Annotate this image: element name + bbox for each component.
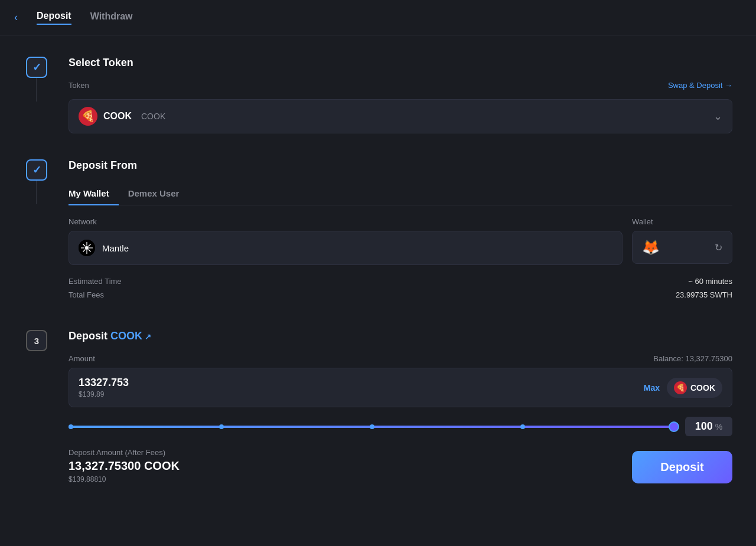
amount-label: Amount	[69, 354, 95, 363]
step-2-content: Deposit From My Wallet Demex User Networ…	[69, 157, 732, 328]
amount-box: 13327.753 $139.89 Max 🍕 COOK	[69, 368, 732, 407]
slider-percent-value: 100	[695, 420, 713, 433]
refresh-icon[interactable]: ↻	[715, 242, 722, 253]
step-select-token: ✓ Select Token Token Swap & Deposit → 🍕 …	[24, 54, 732, 157]
pizza-icon: 🍕	[82, 110, 94, 123]
step-deposit-from: ✓ Deposit From My Wallet Demex User Netw…	[24, 157, 732, 328]
metamask-icon: 🦊	[642, 239, 660, 256]
step-line-1	[36, 78, 37, 102]
network-name: Mantle	[102, 243, 129, 253]
external-link-icon[interactable]: ↗	[145, 332, 151, 341]
subtab-bar: My Wallet Demex User	[69, 184, 732, 205]
step-1-title: Select Token	[69, 54, 732, 69]
deposit-button[interactable]: Deposit	[632, 451, 732, 483]
network-wallet-row: Network	[69, 217, 732, 265]
cook-badge-icon: 🍕	[674, 381, 687, 394]
max-button[interactable]: Max	[644, 383, 660, 393]
cook-token-icon: 🍕	[79, 107, 97, 126]
total-fees-label: Total Fees	[69, 290, 104, 299]
deposit-usd: $139.88810	[69, 475, 180, 483]
slider-track[interactable]	[69, 426, 676, 428]
network-box: Network	[69, 217, 623, 265]
network-label: Network	[69, 217, 623, 226]
tab-withdraw[interactable]: Withdraw	[90, 11, 133, 24]
step-1-indicator: ✓	[24, 54, 50, 102]
step-3-number: 3	[34, 336, 39, 346]
slider-thumb[interactable]	[669, 421, 679, 432]
token-code: COOK	[141, 112, 165, 121]
deposit-token-name: COOK	[110, 330, 142, 342]
slider-fill	[69, 426, 676, 428]
step-deposit-cook: 3 Deposit COOK↗ Amount Balance: 13,327.7…	[24, 328, 732, 507]
step-2-title: Deposit From	[69, 157, 732, 172]
balance-label: Balance: 13,327.75300	[653, 354, 732, 363]
subtab-demex-user[interactable]: Demex User	[119, 184, 189, 205]
amount-usd: $139.89	[79, 390, 129, 398]
deposit-amount: 13,327.75300 COOK	[69, 459, 180, 473]
amount-right: Max 🍕 COOK	[644, 378, 722, 398]
back-button[interactable]: ‹	[14, 11, 18, 24]
token-label: Token	[69, 81, 89, 90]
deposit-prefix: Deposit	[69, 330, 110, 342]
swap-deposit-link[interactable]: Swap & Deposit →	[668, 81, 732, 90]
estimated-time-label: Estimated Time	[69, 277, 122, 286]
step-3-circle: 3	[26, 330, 47, 351]
amount-slider: 100 %	[69, 417, 732, 436]
estimated-time-row: Estimated Time ~ 60 minutes	[69, 277, 732, 286]
svg-point-9	[85, 246, 89, 250]
deposit-after-fees-label: Deposit Amount (After Fees)	[69, 448, 180, 457]
step-3-indicator: 3	[24, 328, 50, 351]
token-badge: 🍕 COOK	[667, 378, 722, 398]
step-3-title: Deposit COOK↗	[69, 328, 732, 342]
header: ‹ Deposit Withdraw	[0, 0, 756, 35]
main-content: ✓ Select Token Token Swap & Deposit → 🍕 …	[0, 35, 756, 526]
token-badge-name: COOK	[690, 383, 715, 393]
deposit-summary: Deposit Amount (After Fees) 13,327.75300…	[69, 448, 732, 483]
estimated-time-value: ~ 60 minutes	[688, 277, 732, 286]
slider-percent-box: 100 %	[685, 417, 732, 436]
amount-left: 13327.753 $139.89	[79, 377, 129, 398]
checkmark-icon-2: ✓	[32, 164, 41, 176]
token-name: COOK	[103, 111, 132, 122]
wallet-selector[interactable]: 🦊 ↻	[632, 231, 732, 264]
token-dropdown[interactable]: 🍕 COOK COOK ⌄	[69, 99, 732, 133]
step-2-circle: ✓	[26, 159, 47, 181]
subtab-my-wallet[interactable]: My Wallet	[69, 184, 119, 205]
mantle-icon	[79, 240, 95, 256]
amount-value: 13327.753	[79, 377, 129, 389]
slider-percent-sign: %	[715, 422, 722, 431]
summary-left: Deposit Amount (After Fees) 13,327.75300…	[69, 448, 180, 483]
total-fees-row: Total Fees 23.99735 SWTH	[69, 290, 732, 299]
amount-header: Amount Balance: 13,327.75300	[69, 354, 732, 363]
step-1-content: Select Token Token Swap & Deposit → 🍕 CO…	[69, 54, 732, 157]
token-field-header: Token Swap & Deposit →	[69, 81, 732, 94]
network-selector[interactable]: Mantle	[69, 231, 623, 265]
chevron-down-icon: ⌄	[713, 110, 722, 123]
step-3-content: Deposit COOK↗ Amount Balance: 13,327.753…	[69, 328, 732, 507]
checkmark-icon: ✓	[32, 61, 41, 74]
total-fees-value: 23.99735 SWTH	[676, 290, 732, 299]
step-2-indicator: ✓	[24, 157, 50, 204]
step-line-2	[36, 181, 37, 204]
token-left: 🍕 COOK COOK	[79, 107, 165, 126]
step-1-circle: ✓	[26, 57, 47, 78]
wallet-box: Wallet 🦊 ↻	[632, 217, 732, 265]
tab-deposit[interactable]: Deposit	[37, 11, 71, 25]
wallet-label: Wallet	[632, 217, 732, 226]
